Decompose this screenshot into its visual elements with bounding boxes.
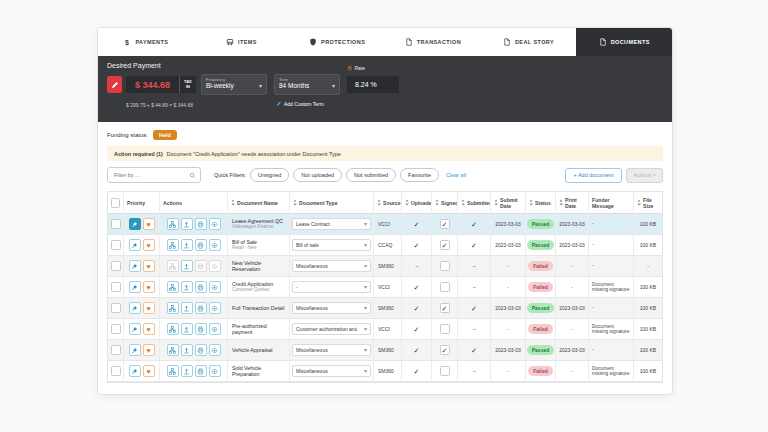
quick-filter-not-submitted[interactable]: Not submitted — [346, 168, 396, 182]
associate-button[interactable] — [167, 344, 179, 356]
print-button[interactable] — [195, 218, 207, 230]
signed-checkbox[interactable] — [440, 366, 450, 376]
signed-checkbox[interactable]: ✓ — [440, 240, 450, 250]
quick-filter-favourite[interactable]: Favourite — [400, 168, 439, 182]
print-button[interactable] — [195, 344, 207, 356]
upload-button[interactable] — [181, 323, 193, 335]
favourite-button[interactable]: ♥ — [143, 281, 155, 293]
tab-documents[interactable]: DOCUMENTS — [576, 28, 672, 56]
view-button[interactable] — [209, 365, 221, 377]
signed-checkbox[interactable] — [440, 324, 450, 334]
pin-button[interactable] — [129, 344, 141, 356]
document-type-select[interactable]: Customer authorization and▾ — [292, 323, 371, 335]
header-cell-document-type[interactable]: Document Type — [290, 192, 374, 214]
pin-button[interactable] — [129, 260, 141, 272]
pin-button[interactable] — [129, 302, 141, 314]
row-checkbox[interactable] — [111, 219, 121, 229]
signed-checkbox[interactable]: ✓ — [440, 345, 450, 355]
upload-button[interactable] — [181, 260, 193, 272]
document-type-select[interactable]: Miscellaneous▾ — [292, 344, 371, 356]
header-cell-print-date[interactable]: Print Date — [556, 192, 589, 214]
upload-button[interactable] — [181, 239, 193, 251]
pin-button[interactable] — [129, 365, 141, 377]
favourite-button[interactable]: ♥ — [143, 239, 155, 251]
row-checkbox[interactable] — [111, 345, 121, 355]
header-cell-signed[interactable]: Signed — [432, 192, 458, 214]
print-button[interactable] — [195, 323, 207, 335]
document-type-select[interactable]: Miscellaneous▾ — [292, 302, 371, 314]
select-all-checkbox[interactable] — [111, 198, 120, 208]
upload-button[interactable] — [181, 365, 193, 377]
upload-button[interactable] — [181, 344, 193, 356]
document-type-select[interactable]: Miscellaneous▾ — [292, 260, 371, 272]
frequency-select[interactable]: Frequency Bi-weekly▾ — [201, 74, 267, 95]
add-document-button[interactable]: + Add document — [565, 168, 623, 183]
print-button[interactable] — [195, 260, 207, 272]
document-type-select[interactable]: Miscellaneous▾ — [292, 365, 371, 377]
header-cell-document-name[interactable]: Document Name — [228, 192, 290, 214]
header-cell-file-size[interactable]: File Size — [634, 192, 662, 214]
pin-button[interactable] — [129, 218, 141, 230]
signed-checkbox[interactable] — [440, 261, 450, 271]
header-cell-submit-date[interactable]: Submit Date — [491, 192, 526, 214]
associate-button[interactable] — [167, 239, 179, 251]
associate-button[interactable] — [167, 302, 179, 314]
row-checkbox[interactable] — [111, 303, 121, 313]
upload-button[interactable] — [181, 218, 193, 230]
row-checkbox[interactable] — [111, 324, 121, 334]
row-checkbox[interactable] — [111, 261, 121, 271]
print-button[interactable] — [195, 365, 207, 377]
pin-button[interactable] — [129, 281, 141, 293]
favourite-button[interactable]: ♥ — [143, 365, 155, 377]
view-button[interactable] — [209, 302, 221, 314]
favourite-button[interactable]: ♥ — [143, 218, 155, 230]
view-button[interactable] — [209, 344, 221, 356]
header-cell-uploaded[interactable]: Uploaded — [402, 192, 432, 214]
row-checkbox[interactable] — [111, 366, 121, 376]
tab-payments[interactable]: $PAYMENTS — [98, 28, 194, 56]
favourite-button[interactable]: ♥ — [143, 344, 155, 356]
associate-button[interactable] — [167, 365, 179, 377]
tab-transaction[interactable]: TRANSACTION — [385, 28, 481, 56]
edit-payment-button[interactable] — [107, 76, 122, 93]
actions-dropdown-button[interactable]: Actions ▾ — [626, 168, 663, 183]
signed-checkbox[interactable]: ✓ — [440, 219, 450, 229]
filter-input[interactable] — [112, 171, 189, 179]
tab-protections[interactable]: PROTECTIONS — [289, 28, 385, 56]
favourite-button[interactable]: ♥ — [143, 260, 155, 272]
tax-in-toggle[interactable]: TAX IN — [179, 76, 196, 93]
associate-button[interactable] — [167, 218, 179, 230]
upload-button[interactable] — [181, 281, 193, 293]
view-button[interactable] — [209, 281, 221, 293]
print-button[interactable] — [195, 281, 207, 293]
associate-button[interactable] — [167, 281, 179, 293]
view-button[interactable] — [209, 260, 221, 272]
view-button[interactable] — [209, 218, 221, 230]
favourite-button[interactable]: ♥ — [143, 323, 155, 335]
quick-filter-unsigned[interactable]: Unsigned — [250, 168, 289, 182]
quick-filter-not-uploaded[interactable]: Not uploaded — [293, 168, 342, 182]
header-cell-source[interactable]: Source — [374, 192, 402, 214]
add-custom-term-link[interactable]: Add Custom Term — [276, 101, 324, 107]
print-button[interactable] — [195, 302, 207, 314]
header-cell-submitted[interactable]: Submitted — [458, 192, 491, 214]
row-checkbox[interactable] — [111, 282, 121, 292]
rate-input[interactable]: 8.24 % — [347, 76, 399, 93]
row-checkbox[interactable] — [111, 240, 121, 250]
pin-button[interactable] — [129, 323, 141, 335]
associate-button[interactable] — [167, 323, 179, 335]
print-button[interactable] — [195, 239, 207, 251]
view-button[interactable] — [209, 239, 221, 251]
clear-all-link[interactable]: Clear all — [446, 172, 466, 178]
header-cell-status[interactable]: Status — [526, 192, 556, 214]
document-type-select[interactable]: -▾ — [292, 281, 371, 293]
tab-deal-story[interactable]: DEAL STORY — [481, 28, 577, 56]
tab-items[interactable]: ITEMS — [194, 28, 290, 56]
signed-checkbox[interactable] — [440, 282, 450, 292]
pin-button[interactable] — [129, 239, 141, 251]
view-button[interactable] — [209, 323, 221, 335]
favourite-button[interactable]: ♥ — [143, 302, 155, 314]
associate-button[interactable] — [167, 260, 179, 272]
term-select[interactable]: Term 84 Months▾ — [274, 74, 340, 95]
document-type-select[interactable]: Lease Contract▾ — [292, 218, 371, 230]
